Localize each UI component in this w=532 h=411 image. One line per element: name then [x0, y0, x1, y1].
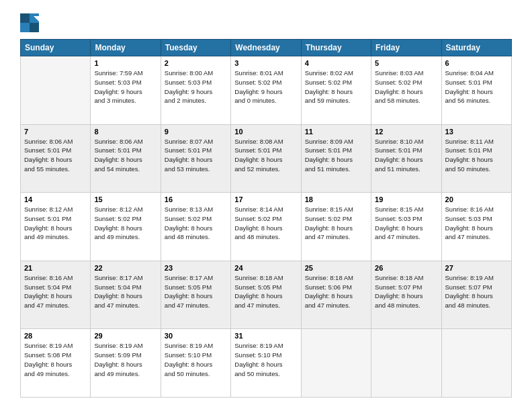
header-cell-monday: Monday: [91, 40, 161, 56]
day-info: Sunrise: 8:17 AM Sunset: 5:05 PM Dayligh…: [165, 273, 227, 310]
day-number: 7: [24, 128, 87, 136]
day-info: Sunrise: 8:19 AM Sunset: 5:10 PM Dayligh…: [234, 341, 297, 378]
day-cell: 24Sunrise: 8:18 AM Sunset: 5:05 PM Dayli…: [231, 261, 301, 329]
day-cell: 17Sunrise: 8:14 AM Sunset: 5:02 PM Dayli…: [231, 193, 301, 261]
day-number: 26: [375, 264, 437, 272]
calendar-body: 1Sunrise: 7:59 AM Sunset: 5:03 PM Daylig…: [21, 56, 512, 398]
day-info: Sunrise: 8:18 AM Sunset: 5:06 PM Dayligh…: [305, 273, 367, 310]
day-number: 8: [94, 128, 157, 136]
day-info: Sunrise: 8:18 AM Sunset: 5:07 PM Dayligh…: [375, 273, 437, 310]
day-number: 19: [375, 195, 437, 203]
week-row-1: 7Sunrise: 8:06 AM Sunset: 5:01 PM Daylig…: [21, 124, 512, 193]
day-number: 20: [445, 195, 508, 203]
day-number: 22: [94, 264, 157, 272]
day-info: Sunrise: 8:02 AM Sunset: 5:02 PM Dayligh…: [305, 68, 367, 105]
day-cell: 3Sunrise: 8:01 AM Sunset: 5:02 PM Daylig…: [231, 56, 301, 125]
day-info: Sunrise: 8:06 AM Sunset: 5:01 PM Dayligh…: [94, 137, 157, 174]
day-info: Sunrise: 8:19 AM Sunset: 5:08 PM Dayligh…: [24, 341, 87, 378]
day-number: 15: [94, 195, 157, 203]
day-cell: 30Sunrise: 8:19 AM Sunset: 5:10 PM Dayli…: [161, 329, 230, 398]
day-info: Sunrise: 8:07 AM Sunset: 5:01 PM Dayligh…: [165, 137, 227, 174]
day-number: 12: [375, 128, 437, 136]
week-row-2: 14Sunrise: 8:12 AM Sunset: 5:01 PM Dayli…: [21, 193, 512, 261]
day-cell: 6Sunrise: 8:04 AM Sunset: 5:01 PM Daylig…: [441, 56, 511, 125]
day-info: Sunrise: 8:10 AM Sunset: 5:01 PM Dayligh…: [375, 137, 437, 174]
header-cell-thursday: Thursday: [301, 40, 371, 56]
day-number: 28: [24, 332, 87, 340]
day-number: 3: [234, 59, 297, 67]
day-number: 27: [445, 264, 508, 272]
day-number: 25: [305, 264, 367, 272]
svg-rect-2: [20, 23, 30, 32]
day-cell: 18Sunrise: 8:15 AM Sunset: 5:02 PM Dayli…: [301, 193, 371, 261]
header-cell-friday: Friday: [371, 40, 441, 56]
day-cell: 13Sunrise: 8:11 AM Sunset: 5:01 PM Dayli…: [441, 124, 511, 193]
day-info: Sunrise: 8:09 AM Sunset: 5:01 PM Dayligh…: [305, 137, 367, 174]
day-number: 30: [165, 332, 227, 340]
day-number: 21: [24, 264, 87, 272]
day-info: Sunrise: 8:04 AM Sunset: 5:01 PM Dayligh…: [445, 68, 508, 105]
header-cell-tuesday: Tuesday: [161, 40, 230, 56]
calendar-table: SundayMondayTuesdayWednesdayThursdayFrid…: [20, 39, 512, 398]
day-info: Sunrise: 8:06 AM Sunset: 5:01 PM Dayligh…: [24, 137, 87, 174]
day-number: 18: [305, 195, 367, 203]
day-info: Sunrise: 8:00 AM Sunset: 5:03 PM Dayligh…: [165, 68, 227, 105]
day-number: 6: [445, 59, 508, 67]
day-info: Sunrise: 8:16 AM Sunset: 5:03 PM Dayligh…: [445, 205, 508, 242]
day-info: Sunrise: 8:01 AM Sunset: 5:02 PM Dayligh…: [234, 68, 297, 105]
day-info: Sunrise: 8:14 AM Sunset: 5:02 PM Dayligh…: [234, 205, 297, 242]
day-cell: [21, 56, 91, 125]
day-cell: 15Sunrise: 8:12 AM Sunset: 5:02 PM Dayli…: [91, 193, 161, 261]
day-number: 10: [234, 128, 297, 136]
day-cell: [441, 329, 511, 398]
day-number: 5: [375, 59, 437, 67]
day-info: Sunrise: 8:19 AM Sunset: 5:10 PM Dayligh…: [165, 341, 227, 378]
day-cell: [371, 329, 441, 398]
day-cell: 20Sunrise: 8:16 AM Sunset: 5:03 PM Dayli…: [441, 193, 511, 261]
day-number: 11: [305, 128, 367, 136]
day-info: Sunrise: 8:18 AM Sunset: 5:05 PM Dayligh…: [234, 273, 297, 310]
day-cell: 2Sunrise: 8:00 AM Sunset: 5:03 PM Daylig…: [161, 56, 230, 125]
day-cell: 5Sunrise: 8:03 AM Sunset: 5:02 PM Daylig…: [371, 56, 441, 125]
day-number: 31: [234, 332, 297, 340]
week-row-4: 28Sunrise: 8:19 AM Sunset: 5:08 PM Dayli…: [21, 329, 512, 398]
day-cell: 9Sunrise: 8:07 AM Sunset: 5:01 PM Daylig…: [161, 124, 230, 193]
day-cell: 16Sunrise: 8:13 AM Sunset: 5:02 PM Dayli…: [161, 193, 230, 261]
day-cell: 11Sunrise: 8:09 AM Sunset: 5:01 PM Dayli…: [301, 124, 371, 193]
day-info: Sunrise: 8:17 AM Sunset: 5:04 PM Dayligh…: [94, 273, 157, 310]
day-info: Sunrise: 8:15 AM Sunset: 5:02 PM Dayligh…: [305, 205, 367, 242]
day-cell: 1Sunrise: 7:59 AM Sunset: 5:03 PM Daylig…: [91, 56, 161, 125]
day-cell: 10Sunrise: 8:08 AM Sunset: 5:01 PM Dayli…: [231, 124, 301, 193]
day-cell: 23Sunrise: 8:17 AM Sunset: 5:05 PM Dayli…: [161, 261, 230, 329]
day-number: 23: [165, 264, 227, 272]
day-info: Sunrise: 8:19 AM Sunset: 5:09 PM Dayligh…: [94, 341, 157, 378]
header: [20, 13, 512, 32]
day-info: Sunrise: 8:19 AM Sunset: 5:07 PM Dayligh…: [445, 273, 508, 310]
week-row-0: 1Sunrise: 7:59 AM Sunset: 5:03 PM Daylig…: [21, 56, 512, 125]
day-cell: 28Sunrise: 8:19 AM Sunset: 5:08 PM Dayli…: [21, 329, 91, 398]
day-number: 24: [234, 264, 297, 272]
day-number: 14: [24, 195, 87, 203]
day-number: 16: [165, 195, 227, 203]
day-cell: 14Sunrise: 8:12 AM Sunset: 5:01 PM Dayli…: [21, 193, 91, 261]
day-info: Sunrise: 8:03 AM Sunset: 5:02 PM Dayligh…: [375, 68, 437, 105]
header-cell-sunday: Sunday: [21, 40, 91, 56]
day-info: Sunrise: 8:12 AM Sunset: 5:02 PM Dayligh…: [94, 205, 157, 242]
day-number: 4: [305, 59, 367, 67]
day-cell: 29Sunrise: 8:19 AM Sunset: 5:09 PM Dayli…: [91, 329, 161, 398]
day-info: Sunrise: 8:15 AM Sunset: 5:03 PM Dayligh…: [375, 205, 437, 242]
day-info: Sunrise: 8:08 AM Sunset: 5:01 PM Dayligh…: [234, 137, 297, 174]
day-number: 17: [234, 195, 297, 203]
day-info: Sunrise: 8:13 AM Sunset: 5:02 PM Dayligh…: [165, 205, 227, 242]
svg-rect-0: [20, 13, 30, 23]
svg-rect-3: [30, 23, 39, 32]
day-info: Sunrise: 8:11 AM Sunset: 5:01 PM Dayligh…: [445, 137, 508, 174]
day-number: 29: [94, 332, 157, 340]
day-cell: 22Sunrise: 8:17 AM Sunset: 5:04 PM Dayli…: [91, 261, 161, 329]
calendar-header: SundayMondayTuesdayWednesdayThursdayFrid…: [21, 40, 512, 56]
day-cell: 21Sunrise: 8:16 AM Sunset: 5:04 PM Dayli…: [21, 261, 91, 329]
day-number: 2: [165, 59, 227, 67]
day-cell: 19Sunrise: 8:15 AM Sunset: 5:03 PM Dayli…: [371, 193, 441, 261]
logo-icon: [20, 13, 39, 32]
header-cell-wednesday: Wednesday: [231, 40, 301, 56]
